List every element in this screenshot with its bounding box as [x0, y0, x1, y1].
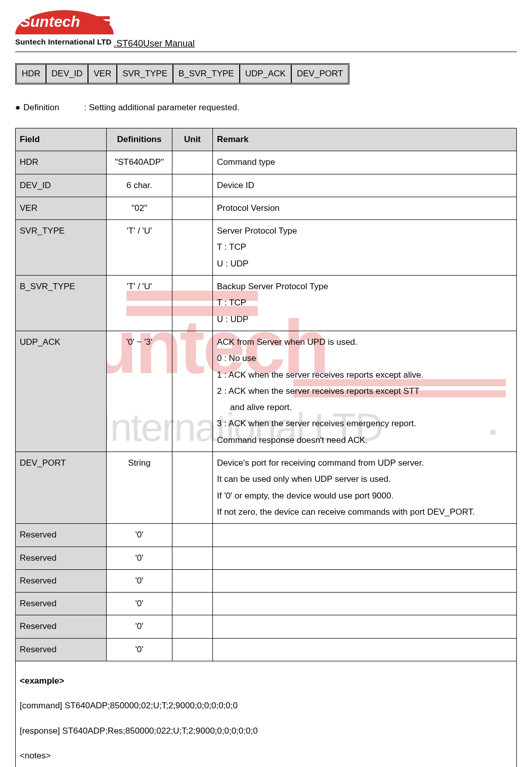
field-pill-row: HDRDEV_IDVERSVR_TYPEB_SVR_TYPEUDP_ACKDEV…	[15, 63, 349, 84]
cell-remark: Command type	[213, 151, 517, 174]
table-row: Reserved'0'	[16, 547, 517, 569]
cell-field: DEV_ID	[16, 174, 107, 197]
cell-field: UDP_ACK	[16, 331, 107, 452]
cell-field: Reserved	[16, 547, 107, 569]
cell-unit	[172, 220, 213, 276]
cell-remark: Device ID	[213, 174, 517, 197]
cell-field: HDR	[16, 151, 107, 174]
cell-def: 'T' / 'U'	[107, 276, 172, 331]
cell-def: '0' ~ '3'	[107, 331, 172, 452]
cell-def: '0'	[107, 569, 172, 592]
cell-unit	[172, 593, 213, 615]
cell-remark	[213, 547, 517, 569]
cell-def: 'T' / 'U'	[107, 220, 172, 276]
cell-def: '0'	[107, 638, 172, 661]
document-title: .ST640User Manual	[114, 38, 195, 51]
cell-def: 6 char.	[107, 174, 172, 197]
pill-dev_id: DEV_ID	[47, 65, 88, 83]
cell-unit	[172, 276, 213, 331]
cell-unit	[172, 151, 213, 174]
cell-field: B_SVR_TYPE	[16, 276, 107, 331]
table-row: VER"02"Protocol Version	[16, 197, 517, 219]
th-unit: Unit	[172, 128, 213, 151]
cell-remark: ACK from Server when UPD is used.0 : No …	[213, 331, 517, 452]
table-row: UDP_ACK'0' ~ '3'ACK from Server when UPD…	[16, 331, 517, 452]
pill-hdr: HDR	[17, 65, 47, 83]
example-row: <example>[command] ST640ADP;850000;02;U;…	[16, 661, 517, 767]
cell-field: Reserved	[16, 615, 107, 638]
cell-def: '0'	[107, 524, 172, 547]
table-row: Reserved'0'	[16, 593, 517, 615]
pill-udp_ack: UDP_ACK	[240, 65, 292, 83]
cell-unit	[172, 452, 213, 524]
definition-line: ● Definition : Setting additional parame…	[15, 103, 517, 113]
cell-field: Reserved	[16, 638, 107, 661]
cell-def: '0'	[107, 593, 172, 615]
cell-unit	[172, 547, 213, 569]
cell-field: DEV_PORT	[16, 452, 107, 524]
table-row: HDR"ST640ADP"Command type	[16, 151, 517, 174]
table-row: Reserved'0'	[16, 615, 517, 638]
cell-remark	[213, 593, 517, 615]
pill-svr_type: SVR_TYPE	[117, 65, 173, 83]
table-row: SVR_TYPE'T' / 'U'Server Protocol TypeT :…	[16, 220, 517, 276]
cell-unit	[172, 638, 213, 661]
cell-unit	[172, 197, 213, 219]
cell-remark	[213, 569, 517, 592]
table-row: Reserved'0'	[16, 524, 517, 547]
cell-remark	[213, 615, 517, 638]
cell-def: "ST640ADP"	[107, 151, 172, 174]
table-row: DEV_PORTStringDevice's port for receivin…	[16, 452, 517, 524]
th-remark: Remark	[213, 128, 517, 151]
cell-field: VER	[16, 197, 107, 219]
cell-field: SVR_TYPE	[16, 220, 107, 276]
cell-remark: Protocol Version	[213, 197, 517, 219]
cell-remark: Device's port for receiving command from…	[213, 452, 517, 524]
cell-def: '0'	[107, 547, 172, 569]
cell-def: "02"	[107, 197, 172, 219]
cell-unit	[172, 615, 213, 638]
suntech-logo: Suntech Suntech International LTD	[15, 10, 114, 51]
cell-remark: Server Protocol TypeT : TCPU : UDP	[213, 220, 517, 276]
page-header: Suntech Suntech International LTD .ST640…	[15, 10, 517, 52]
cell-field: Reserved	[16, 593, 107, 615]
cell-remark	[213, 638, 517, 661]
cell-unit	[172, 524, 213, 547]
cell-remark: Backup Server Protocol TypeT : TCPU : UD…	[213, 276, 517, 331]
pill-b_svr_type: B_SVR_TYPE	[173, 65, 240, 83]
th-field: Field	[16, 128, 107, 151]
table-row: DEV_ID6 char.Device ID	[16, 174, 517, 197]
cell-def: '0'	[107, 615, 172, 638]
cell-unit	[172, 569, 213, 592]
cell-def: String	[107, 452, 172, 524]
table-row: Reserved'0'	[16, 569, 517, 592]
cell-field: Reserved	[16, 524, 107, 547]
definitions-table: Field Definitions Unit Remark HDR"ST640A…	[15, 128, 517, 767]
th-def: Definitions	[107, 128, 172, 151]
table-row: Reserved'0'	[16, 638, 517, 661]
cell-remark	[213, 524, 517, 547]
cell-unit	[172, 174, 213, 197]
pill-ver: VER	[88, 65, 117, 83]
cell-unit	[172, 331, 213, 452]
example-cell: <example>[command] ST640ADP;850000;02;U;…	[16, 661, 517, 767]
pill-dev_port: DEV_PORT	[292, 65, 348, 83]
table-row: B_SVR_TYPE'T' / 'U'Backup Server Protoco…	[16, 276, 517, 331]
cell-field: Reserved	[16, 569, 107, 592]
